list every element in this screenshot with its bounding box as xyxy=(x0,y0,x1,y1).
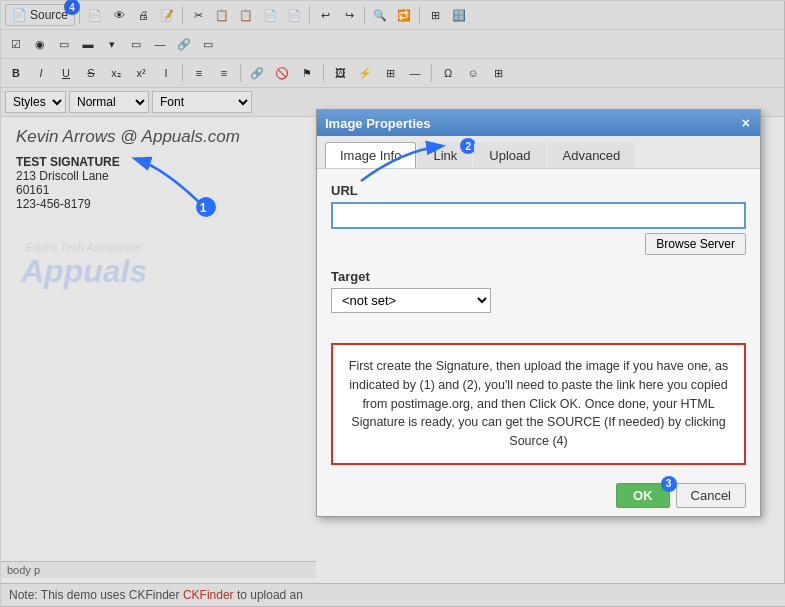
target-select[interactable]: <not set> _blank _self _parent _top xyxy=(331,288,491,313)
tab-image-info-label: Image Info xyxy=(340,148,401,163)
info-box: First create the Signature, then upload … xyxy=(331,343,746,465)
tab-advanced[interactable]: Advanced xyxy=(548,142,636,168)
dialog-close-button[interactable]: × xyxy=(740,115,752,131)
url-label: URL xyxy=(331,183,746,198)
ok-badge: 3 xyxy=(661,476,677,492)
info-box-text: First create the Signature, then upload … xyxy=(349,359,728,448)
dialog-body: URL Browse Server Target <not set> _blan… xyxy=(317,169,760,327)
url-input[interactable] xyxy=(331,202,746,229)
target-group: Target <not set> _blank _self _parent _t… xyxy=(331,269,746,313)
tab-image-info[interactable]: Image Info xyxy=(325,142,416,168)
ok-button[interactable]: OK 3 xyxy=(616,483,670,508)
dialog-titlebar: Image Properties × xyxy=(317,110,760,136)
dialog-title: Image Properties xyxy=(325,116,431,131)
tab-link[interactable]: Link 2 xyxy=(418,142,472,168)
image-properties-dialog: Image Properties × Image Info Link 2 Upl… xyxy=(316,109,761,517)
tab-upload-label: Upload xyxy=(489,148,530,163)
dialog-footer: OK 3 Cancel xyxy=(317,475,760,516)
tab-upload[interactable]: Upload xyxy=(474,142,545,168)
target-label: Target xyxy=(331,269,746,284)
editor-container: 📄 Source 4 📄 👁 🖨 📝 ✂ 📋 📋 📄 📄 ↩ ↪ 🔍 🔁 ⊞ 🔡… xyxy=(0,0,785,607)
browse-server-button[interactable]: Browse Server xyxy=(645,233,746,255)
tab-link-label: Link xyxy=(433,148,457,163)
cancel-button[interactable]: Cancel xyxy=(676,483,746,508)
tab-advanced-label: Advanced xyxy=(563,148,621,163)
ok-label: OK xyxy=(633,488,653,503)
dialog-tabs: Image Info Link 2 Upload Advanced xyxy=(317,136,760,169)
